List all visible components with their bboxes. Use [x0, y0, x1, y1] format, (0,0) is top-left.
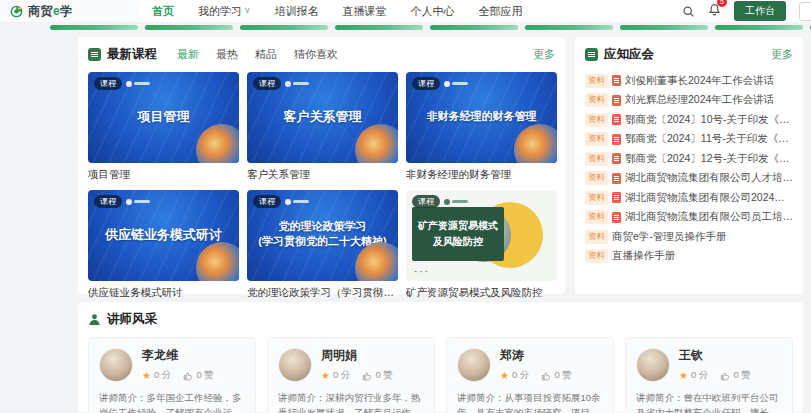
logo-icon [10, 5, 23, 18]
app-logo[interactable]: 商贸e学 [0, 0, 140, 22]
person-icon [88, 313, 101, 326]
score-label: 0 分 [154, 369, 171, 382]
material-tag: 资料 [585, 132, 608, 146]
material-tag: 资料 [585, 191, 608, 205]
workbench-button[interactable]: 工作台 [734, 1, 786, 21]
search-icon[interactable] [682, 5, 695, 18]
partial-clipped-button[interactable] [799, 2, 811, 21]
material-tag: 资料 [585, 171, 608, 185]
course-caption[interactable]: 供应链业务模式研讨 [88, 286, 239, 300]
nav-item-personal-center[interactable]: 个人中心 [411, 4, 455, 19]
thumb-up-icon [362, 371, 372, 381]
thumb-up-icon [541, 371, 551, 381]
course-type-badge: 课程 [412, 77, 440, 90]
company-logo-icon [285, 199, 309, 205]
company-logo-icon [126, 199, 150, 205]
tab-recommended[interactable]: 猜你喜欢 [294, 47, 338, 62]
avatar [457, 348, 491, 382]
header-actions: 5 工作台 [682, 0, 811, 22]
material-tag: 资料 [585, 74, 608, 88]
course-card[interactable]: 课程 项目管理 项目管理 [88, 72, 239, 182]
material-tag: 资料 [585, 152, 608, 166]
course-caption[interactable]: 矿产资源贸易模式及风险防控 [406, 286, 557, 300]
latest-courses-title: 最新课程 [107, 46, 157, 63]
course-grid: 课程 项目管理 项目管理 课程 客户关系管理 [88, 72, 555, 300]
likes-label: 0 赞 [554, 369, 571, 382]
globe-graphic [514, 124, 557, 163]
book-icon [585, 48, 598, 61]
course-tabs: 最新 最热 精品 猜你喜欢 [177, 47, 338, 62]
course-caption[interactable]: 项目管理 [88, 168, 239, 182]
document-icon [612, 134, 621, 145]
company-logo-icon [444, 199, 468, 205]
course-card[interactable]: 课程 供应链业务模式研讨 供应链业务模式研讨 [88, 190, 239, 300]
nav-item-home[interactable]: 首页 [152, 4, 174, 19]
nav-item-all-apps[interactable]: 全部应用 [479, 4, 523, 19]
likes-label: 0 赞 [375, 369, 392, 382]
list-item[interactable]: 资料 鄂商党〔2024〕12号-关于印发《张爱华同志在湖北联投党委... [585, 149, 793, 169]
instructor-bio: 讲师简介：从事项目投资拓展10余年，具有丰富的市场研究、项目拓展经验。 [457, 390, 603, 413]
tab-hottest[interactable]: 最热 [216, 47, 238, 62]
instructors-title: 讲师风采 [107, 311, 157, 328]
list-item[interactable]: 资料 鄂商党〔2024〕11号-关于印发《刘洋同志在巡察湖北商贸物... [585, 130, 793, 150]
score-label: 0 分 [512, 369, 529, 382]
globe-graphic [355, 124, 398, 163]
top-header: 商贸e学 首页 我的学习∨ 培训报名 直播课堂 个人中心 全部应用 5 工作台 [0, 0, 811, 22]
course-caption[interactable]: 党的理论政策学习（学习贯彻党的二十大精神） [247, 286, 398, 300]
course-type-badge: 课程 [253, 195, 281, 208]
list-item[interactable]: 资料 湖北商贸物流集团有限公司2024年度人才培养工作计划 [585, 188, 793, 208]
course-card[interactable]: 课程 矿产资源贸易模式 及风险防控 ··· 矿产资源贸易模式及风险防控 [406, 190, 557, 300]
document-icon [612, 173, 621, 184]
course-cover-title: 客户关系管理 [253, 107, 392, 126]
course-cover-title: 矿产资源贸易模式 及风险防控 [412, 207, 504, 261]
instructor-card[interactable]: 郑涛 ★ 0 分 0 赞 讲师简介：从事项目投资拓展10余年，具有丰富的市场研究… [446, 337, 614, 413]
knowledge-more-link[interactable]: 更多 [771, 47, 793, 62]
list-item[interactable]: 资料 商贸e学-管理员操作手册 [585, 227, 793, 247]
globe-graphic [196, 242, 239, 281]
score-label: 0 分 [691, 369, 708, 382]
star-icon: ★ [500, 371, 509, 381]
course-caption[interactable]: 客户关系管理 [247, 168, 398, 182]
main-nav: 首页 我的学习∨ 培训报名 直播课堂 个人中心 全部应用 [152, 4, 523, 19]
instructor-card[interactable]: 周明娟 ★ 0 分 0 赞 讲师简介：深耕内贸行业多年，熟悉行业发展状况。了解产… [267, 337, 435, 413]
star-icon: ★ [142, 371, 151, 381]
list-item[interactable]: 资料 刘光辉总经理2024年工作会讲话 [585, 91, 793, 111]
course-cover-title: 非财务经理的财务管理 [412, 109, 551, 125]
likes-label: 0 赞 [196, 369, 213, 382]
knowledge-list: 资料 刘俊刚董事长2024年工作会讲话 资料 刘光辉总经理2024年工作会讲话 … [585, 71, 793, 266]
knowledge-panel: 应知应会 更多 资料 刘俊刚董事长2024年工作会讲话 资料 刘光辉总经理202… [575, 37, 803, 294]
nav-item-my-learning[interactable]: 我的学习∨ [198, 4, 251, 19]
course-cover-title: 项目管理 [94, 107, 233, 126]
material-tag: 资料 [585, 113, 608, 127]
instructor-card[interactable]: 王钦 ★ 0 分 0 赞 讲师简介：曾在中欧班列平台公司及省内大型整车企业任职，… [625, 337, 793, 413]
company-logo-icon [285, 81, 309, 87]
document-icon [612, 75, 621, 86]
courses-more-link[interactable]: 更多 [533, 47, 555, 62]
globe-graphic [196, 124, 239, 163]
list-item[interactable]: 资料 直播操作手册 [585, 247, 793, 267]
course-caption[interactable]: 非财务经理的财务管理 [406, 168, 557, 182]
list-item[interactable]: 资料 鄂商党〔2024〕10号-关于印发《鲁珊同志在湖北联投党委第... [585, 110, 793, 130]
course-card[interactable]: 课程 党的理论政策学习 (学习贯彻党的二十大精神) 党的理论政策学习（学习贯彻党… [247, 190, 398, 300]
instructor-card[interactable]: 李龙维 ★ 0 分 0 赞 讲师简介：多年国企工作经验，多岗位工作经验，了解国有… [88, 337, 256, 413]
course-card[interactable]: 课程 客户关系管理 客户关系管理 [247, 72, 398, 182]
list-item[interactable]: 资料 刘俊刚董事长2024年工作会讲话 [585, 71, 793, 91]
nav-item-live-class[interactable]: 直播课堂 [343, 4, 387, 19]
score-label: 0 分 [333, 369, 350, 382]
notification-badge: 5 [717, 0, 727, 7]
avatar [636, 348, 670, 382]
tab-featured[interactable]: 精品 [255, 47, 277, 62]
thumb-up-icon [720, 371, 730, 381]
instructor-cards: 李龙维 ★ 0 分 0 赞 讲师简介：多年国企工作经验，多岗位工作经验，了解国有… [88, 337, 793, 413]
instructor-name: 郑涛 [500, 347, 572, 364]
list-item[interactable]: 资料 湖北商贸物流集团有限公司人才培养体系（试行） [585, 169, 793, 189]
tab-newest[interactable]: 最新 [177, 47, 199, 62]
material-tag: 资料 [585, 210, 608, 224]
likes-label: 0 赞 [733, 369, 750, 382]
avatar [99, 348, 133, 382]
document-icon [612, 153, 621, 164]
course-card[interactable]: 课程 非财务经理的财务管理 非财务经理的财务管理 [406, 72, 557, 182]
notification-bell[interactable]: 5 [708, 2, 721, 20]
nav-item-training-signup[interactable]: 培训报名 [275, 4, 319, 19]
list-item[interactable]: 资料 湖北商贸物流集团有限公司员工培训管理办法（试行） [585, 208, 793, 228]
